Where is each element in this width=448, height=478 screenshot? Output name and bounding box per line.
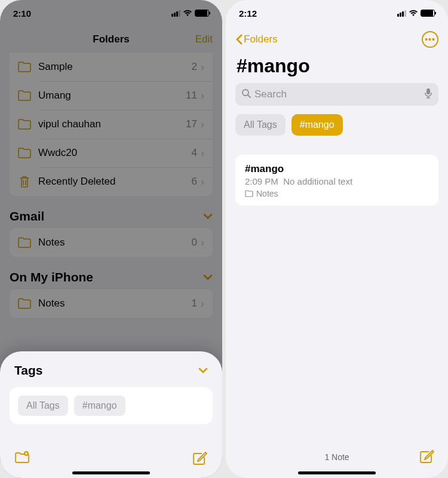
folder-row-recently-deleted[interactable]: Recently Deleted 6 › [10,167,213,196]
chevron-right-icon: › [201,147,204,160]
back-label: Folders [244,33,278,45]
folder-icon [18,119,31,130]
icloud-folders-list: Sample 2 › Umang 11 › vipul chauhan 17 ›… [10,53,213,196]
new-folder-icon[interactable] [14,450,30,465]
folder-count: 1 [192,298,197,310]
edit-button[interactable]: Edit [195,33,213,45]
chevron-right-icon: › [201,118,204,131]
tag-notes-screen: 2:12 Folders ••• #mango Search All Tags … [226,0,448,478]
filter-row: All Tags #mango [226,106,448,144]
tag-chip-all[interactable]: All Tags [18,396,68,416]
status-time: 2:10 [13,8,31,19]
battery-icon [195,10,209,17]
folder-icon [18,237,31,248]
folder-count: 11 [186,90,197,102]
folder-row-wwdc[interactable]: Wwdc20 4 › [10,139,213,167]
folder-name: Notes [38,298,192,310]
cellular-icon [397,10,406,17]
note-preview: No additional text [283,176,352,186]
note-location: Notes [245,189,429,198]
folder-count: 2 [192,61,197,73]
folder-count: 0 [192,237,197,249]
search-placeholder: Search [254,88,421,100]
chevron-right-icon: › [201,90,204,102]
note-count: 1 Note [324,452,349,462]
chevron-down-icon [198,367,208,373]
folder-row-sample[interactable]: Sample 2 › [10,53,213,81]
folder-name: Notes [38,237,192,249]
folder-name: Wwdc20 [38,147,192,159]
status-bar: 2:12 [226,0,448,26]
folder-name: Recently Deleted [38,176,192,188]
status-icons [397,10,435,17]
local-folder-list: Notes 1 › [10,289,213,318]
chevron-right-icon: › [201,61,204,73]
compose-icon[interactable] [192,450,208,465]
compose-icon[interactable] [419,448,435,464]
wifi-icon [183,10,192,17]
tags-header[interactable]: Tags [0,351,222,384]
folder-icon [18,62,31,72]
tag-chip-mango[interactable]: #mango [74,396,125,416]
folder-row-gmail-notes[interactable]: Notes 0 › [10,228,213,257]
folder-icon [18,90,31,101]
tags-title: Tags [14,363,42,378]
status-time: 2:12 [239,8,257,19]
tags-chip-row: All Tags #mango [10,387,213,424]
filter-chip-all-tags[interactable]: All Tags [235,114,286,136]
page-title: #mango [226,53,448,83]
folder-name: vipul chauhan [38,118,186,130]
note-folder: Notes [256,189,278,198]
note-title: #mango [245,163,429,175]
more-button[interactable]: ••• [422,31,438,48]
note-item[interactable]: #mango 2:09 PM No additional text Notes [235,155,438,206]
folder-count: 4 [192,147,197,159]
chevron-right-icon: › [201,176,204,188]
status-bar: 2:10 [0,0,222,26]
home-indicator[interactable] [72,471,150,474]
chevron-down-icon [203,274,213,280]
chevron-right-icon: › [201,237,204,249]
folder-count: 17 [186,118,197,130]
svg-rect-2 [426,88,430,94]
folder-icon [18,148,31,158]
folder-name: Sample [38,61,192,73]
status-icons [171,10,209,17]
gmail-folder-list: Notes 0 › [10,228,213,257]
trash-icon [18,175,31,188]
note-time: 2:09 PM [245,176,278,186]
section-title: Gmail [10,209,44,223]
nav-bar: Folders ••• [226,26,448,53]
folder-row-umang[interactable]: Umang 11 › [10,81,213,110]
search-icon [241,88,251,101]
filter-chip-mango[interactable]: #mango [291,114,343,136]
folder-row-vipul[interactable]: vipul chauhan 17 › [10,110,213,139]
note-subtitle: 2:09 PM No additional text [245,176,429,186]
folder-count: 6 [192,176,197,188]
folder-icon [245,190,253,197]
home-indicator[interactable] [298,471,376,474]
mic-icon[interactable] [424,88,432,102]
section-title: On My iPhone [10,270,93,284]
section-gmail[interactable]: Gmail [0,196,222,228]
chevron-down-icon [203,213,213,219]
wifi-icon [409,10,418,17]
folder-icon [18,298,31,309]
cellular-icon [171,10,180,17]
search-input[interactable]: Search [235,83,438,106]
nav-title: Folders [93,33,129,45]
section-on-my-iphone[interactable]: On My iPhone [0,257,222,289]
nav-bar: Folders Edit [0,26,222,53]
back-button[interactable]: Folders [235,33,278,45]
chevron-left-icon [235,34,243,45]
folder-name: Umang [38,90,186,102]
folders-screen: 2:10 Folders Edit Sample 2 › Umang 11 › [0,0,222,478]
battery-icon [421,10,435,17]
chevron-right-icon: › [201,298,204,310]
ellipsis-icon: ••• [425,35,435,44]
folder-row-local-notes[interactable]: Notes 1 › [10,289,213,318]
